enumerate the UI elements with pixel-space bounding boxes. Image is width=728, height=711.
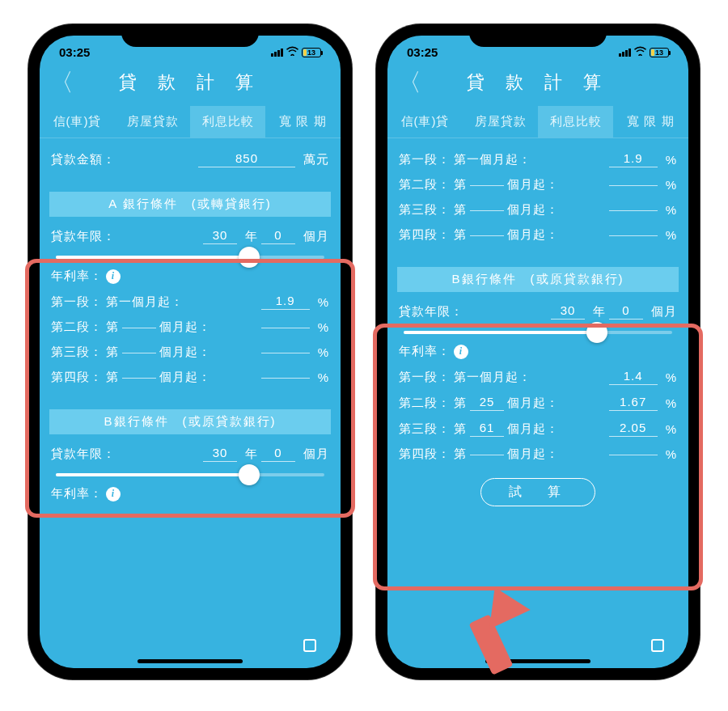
bank-b-seg2-month[interactable]: 25 <box>470 395 504 411</box>
bank-a-seg1-rate[interactable]: 1.9 <box>261 294 310 310</box>
loan-amount-label: 貸款金額： <box>51 152 116 167</box>
page-title: 貸 款 計 算 <box>387 70 688 95</box>
r-seg4: 第四段： 第 個月起： % <box>399 222 677 248</box>
info-icon[interactable]: i <box>106 487 121 502</box>
bank-a-seg3: 第三段： 第 個月起： % <box>51 340 329 365</box>
bank-b-seg3-month[interactable]: 61 <box>470 421 504 437</box>
tab-grace-period[interactable]: 寬 限 期 <box>613 106 688 138</box>
notch <box>469 24 607 47</box>
status-time: 03:25 <box>59 45 90 59</box>
bank-b-seg3-rate[interactable]: 2.05 <box>609 421 658 437</box>
r-seg2: 第二段： 第 個月起： % <box>399 172 677 197</box>
bank-b-header-left: B銀行條件 (或原貸款銀行) <box>49 409 331 434</box>
signal-icon <box>619 49 631 57</box>
tab-mortgage[interactable]: 房屋貸款 <box>115 106 190 138</box>
back-button[interactable]: 〈 <box>397 70 421 95</box>
signal-icon <box>271 49 283 57</box>
bank-b-seg4-month[interactable] <box>470 453 504 455</box>
tab-bar: 信(車)貸 房屋貸款 利息比較 寬 限 期 <box>387 106 688 138</box>
bank-a-header: A 銀行條件 (或轉貸銀行) <box>49 192 331 217</box>
seg3-label: 第三段： <box>51 345 103 360</box>
wifi-icon <box>634 46 646 58</box>
bank-a-seg4-month[interactable] <box>122 376 156 379</box>
bank-a-seg2: 第二段： 第 個月起： % <box>51 315 329 340</box>
first-month-label: 第一個月起： <box>106 294 184 310</box>
bank-a-seg3-month[interactable] <box>122 351 156 353</box>
bank-b-years-left[interactable]: 30 <box>203 446 237 462</box>
tab-bar: 信(車)貸 房屋貸款 利息比較 寬 限 期 <box>40 106 341 138</box>
bank-b-rate-row-left: 年利率： i <box>51 481 329 506</box>
loan-amount-unit: 萬元 <box>298 152 329 167</box>
bank-b-months[interactable]: 0 <box>609 303 643 320</box>
bank-a-months-input[interactable]: 0 <box>261 228 295 244</box>
r-seg3-month[interactable] <box>470 209 504 211</box>
bank-a-rate-row: 年利率： i <box>51 264 329 289</box>
phone-left: 03:25 13 〈 貸 款 計 算 信(車)貸 房屋貸款 利息比較 寬 限 期… <box>28 24 352 679</box>
bank-b-seg4-rate[interactable] <box>609 453 658 455</box>
bank-b-seg1-rate[interactable]: 1.4 <box>609 369 658 385</box>
battery-icon: 13 <box>302 48 321 57</box>
notch <box>121 24 259 47</box>
recent-apps-icon[interactable] <box>303 639 316 652</box>
info-icon[interactable]: i <box>106 269 121 284</box>
r-seg4-month[interactable] <box>470 234 504 236</box>
r-seg1: 第一段： 第一個月起： 1.9 % <box>399 146 677 172</box>
status-right: 13 <box>271 45 321 59</box>
bank-a-seg1: 第一段： 第一個月起： 1.9 % <box>51 289 329 315</box>
seg2-label: 第二段： <box>51 320 103 335</box>
calculate-button[interactable]: 試 算 <box>480 478 595 506</box>
content-left: 貸款金額： 850 萬元 A 銀行條件 (或轉貸銀行) 貸款年限： 30 年 0… <box>40 138 341 506</box>
r-seg3-rate[interactable] <box>609 209 658 211</box>
bank-b-years[interactable]: 30 <box>551 303 585 320</box>
r-seg1-rate[interactable]: 1.9 <box>609 151 658 167</box>
bank-b-seg1: 第一段： 第一個月起： 1.4 % <box>399 364 677 390</box>
bank-b-seg2-rate[interactable]: 1.67 <box>609 395 658 411</box>
wifi-icon <box>286 46 298 58</box>
status-right: 13 <box>619 45 669 59</box>
r-seg2-month[interactable] <box>470 184 504 186</box>
content-right: 第一段： 第一個月起： 1.9 % 第二段： 第 個月起： % 第三段： 第 個… <box>387 138 688 506</box>
tab-credit-loan[interactable]: 信(車)貸 <box>387 106 463 138</box>
bank-b-years-row-left: 貸款年限： 30 年 0 個月 <box>51 441 329 467</box>
bank-a-seg2-month[interactable] <box>122 326 156 328</box>
bank-a-slider[interactable] <box>51 249 329 264</box>
bank-a-seg3-rate[interactable] <box>261 351 310 353</box>
phone-right: 03:25 13 〈 貸 款 計 算 信(車)貸 房屋貸款 利息比較 寬 限 期… <box>376 24 700 679</box>
bank-a-seg2-rate[interactable] <box>261 326 310 328</box>
bank-a-seg4-rate[interactable] <box>261 376 310 379</box>
nav-bar: 〈 貸 款 計 算 <box>387 62 688 106</box>
tab-credit-loan[interactable]: 信(車)貸 <box>40 106 115 138</box>
loan-amount-input[interactable]: 850 <box>198 151 295 167</box>
bank-b-slider[interactable] <box>399 324 677 339</box>
bank-b-rate-row: 年利率： i <box>399 339 677 364</box>
back-button[interactable]: 〈 <box>49 70 74 95</box>
seg1-label: 第一段： <box>51 294 103 310</box>
battery-icon: 13 <box>650 48 669 57</box>
home-indicator[interactable] <box>138 659 243 663</box>
bank-b-slider-left[interactable] <box>51 467 329 481</box>
rate-label: 年利率： <box>51 269 103 284</box>
tab-mortgage[interactable]: 房屋貸款 <box>463 106 538 138</box>
r-seg4-rate[interactable] <box>609 234 658 236</box>
screen-left: 03:25 13 〈 貸 款 計 算 信(車)貸 房屋貸款 利息比較 寬 限 期… <box>40 36 341 668</box>
bank-a-years-row: 貸款年限： 30 年 0 個月 <box>51 223 329 249</box>
bank-a-years-input[interactable]: 30 <box>203 228 237 244</box>
month-unit: 個月 <box>298 229 329 244</box>
r-seg3: 第三段： 第 個月起： % <box>399 197 677 222</box>
page-title: 貸 款 計 算 <box>40 70 341 95</box>
bank-b-seg3: 第三段： 第 61 個月起： 2.05 % <box>399 416 677 442</box>
info-icon[interactable]: i <box>454 345 468 359</box>
bank-b-months-left[interactable]: 0 <box>261 446 295 462</box>
status-time: 03:25 <box>407 45 438 59</box>
year-unit: 年 <box>240 229 258 244</box>
bank-b-years-row: 貸款年限： 30 年 0 個月 <box>399 298 677 324</box>
pct: % <box>313 295 329 309</box>
tab-rate-compare[interactable]: 利息比較 <box>190 106 265 138</box>
tab-rate-compare[interactable]: 利息比較 <box>538 106 613 138</box>
bank-b-seg4: 第四段： 第 個月起： % <box>399 442 677 467</box>
tab-grace-period[interactable]: 寬 限 期 <box>265 106 341 138</box>
bank-b-seg2: 第二段： 第 25 個月起： 1.67 % <box>399 390 677 416</box>
r-seg2-rate[interactable] <box>609 184 658 186</box>
loan-amount-row: 貸款金額： 850 萬元 <box>51 146 329 172</box>
recent-apps-icon[interactable] <box>651 639 664 652</box>
